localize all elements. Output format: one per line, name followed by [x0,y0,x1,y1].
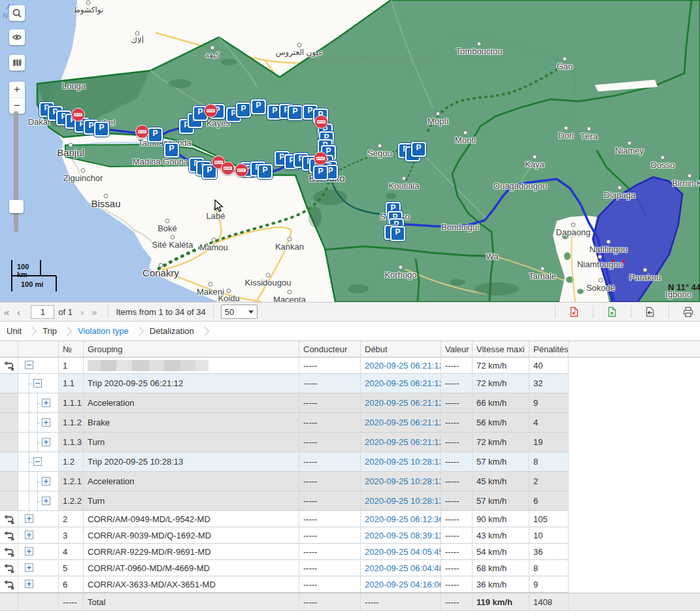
row-number: 4 [59,544,84,560]
first-page-button[interactable]: « [0,306,13,318]
tab-unit[interactable]: Unit [7,326,22,336]
start-time-link[interactable]: 2020-09-25 06:21:12 [365,398,441,408]
map-label: Monti [455,135,476,145]
expand-toggle[interactable] [33,457,42,466]
city-dot [599,278,603,283]
start-time-link[interactable]: 2020-09-25 10:28:13 [365,476,441,486]
grouping-cell: Trip 2020-09-25 10:28:13 [84,452,299,472]
city-dot [378,144,382,148]
penalites-cell: 36 [529,544,569,560]
row-number: 1.1 [59,374,84,393]
map-label: Kankan [275,242,304,252]
grouping-cell: CORR/AR-9039-MD/Q-1692-MD [84,527,299,544]
expand-toggle[interactable] [33,379,42,388]
map-label: Segou [367,148,392,158]
tab-violation-type[interactable]: Violation type [78,326,129,336]
vitesse-cell: 119 km/h [473,593,529,611]
page-input[interactable] [31,305,54,319]
track-button[interactable] [0,527,18,544]
table-row: 4CORR/AR-9229-MD/R-9691-MD-----2020-09-2… [0,544,700,560]
next-page-button[interactable]: › [76,306,88,318]
expand-toggle[interactable] [25,580,33,588]
parking-marker[interactable]: P [94,122,109,137]
city-dot [643,268,648,272]
city-dot [208,282,213,287]
map-label: Dapaong [556,227,591,237]
track-button[interactable] [0,544,18,560]
parking-marker[interactable]: P [258,164,273,179]
print-button[interactable] [676,306,700,318]
track-button[interactable] [0,511,18,527]
start-time-link[interactable]: 2020-09-25 10:28:13 [365,457,441,467]
debut-cell: 2020-09-25 10:28:13 [361,472,441,491]
track-button[interactable] [0,357,18,374]
stop-marker[interactable]: STOP [204,104,218,118]
parking-marker[interactable]: P [251,99,266,114]
tab-trip[interactable]: Trip [42,326,57,336]
zoom-slider-handle[interactable] [9,200,24,213]
map-canvas[interactable] [0,0,700,302]
track-button[interactable] [0,576,18,593]
stop-marker[interactable]: STOP [71,108,85,122]
tab-detalization[interactable]: Detalization [150,326,194,336]
expand-toggle[interactable] [25,514,33,523]
parking-marker[interactable]: P [390,226,405,241]
export-excel-button[interactable] [601,306,624,318]
map-label: Téra [580,131,598,141]
start-time-link[interactable]: 2020-09-25 06:21:12 [365,418,441,427]
expand-toggle[interactable] [25,547,33,555]
start-time-link[interactable]: 2020-09-25 08:39:11 [365,531,441,540]
track-button[interactable] [0,560,18,576]
expand-toggle[interactable] [42,418,50,427]
parking-marker[interactable]: P [313,165,328,180]
debut-cell: 2020-09-25 06:21:12 [361,413,441,433]
last-page-button[interactable]: » [88,306,101,318]
expand-toggle[interactable] [42,477,50,486]
event-dot [612,259,614,262]
expand-toggle[interactable] [42,399,50,407]
expand-toggle[interactable] [25,361,33,369]
start-time-link[interactable]: 2020-09-25 06:21:12 [365,437,441,447]
map-view[interactable]: ANNنواكشوطألاككيفةعيون العتروسLougaDakar… [0,0,700,302]
stop-marker[interactable]: STOP [135,125,149,139]
start-time-link[interactable]: 2020-09-25 06:21:12 [365,361,441,371]
visibility-button[interactable] [9,29,25,45]
parking-marker[interactable]: P [411,142,426,157]
start-time-link[interactable]: 2020-09-25 10:28:13 [365,496,441,506]
layers-button[interactable] [9,55,25,71]
start-time-link[interactable]: 2020-09-25 04:16:06 [365,580,441,589]
map-label: Louga [62,81,86,91]
vitesse-cell: 72 km/h [473,374,529,393]
expand-toggle[interactable] [42,438,50,446]
stop-marker[interactable]: STOP [221,161,235,175]
zoom-slider[interactable] [14,111,18,232]
export-file-button[interactable] [639,306,661,318]
export-pdf-button[interactable] [563,306,586,318]
start-time-link[interactable]: 2020-09-25 06:21:12 [365,378,441,388]
expand-toggle[interactable] [25,531,33,539]
start-time-link[interactable]: 2020-09-25 06:12:36 [365,514,441,524]
stop-marker[interactable]: STOP [314,152,327,165]
search-button[interactable] [9,5,25,21]
items-range-label: Items from 1 to 34 of 34 [116,307,205,317]
valeur-cell: ----- [441,413,473,433]
parking-marker[interactable]: P [288,105,303,120]
stop-marker[interactable]: STOP [314,115,328,129]
stop-marker[interactable]: STOP [235,163,248,177]
page-size-select[interactable]: 50 [221,305,258,319]
start-time-link[interactable]: 2020-09-25 04:05:45 [365,547,441,557]
table-row: 1.1Trip 2020-09-25 06:21:12-----2020-09-… [0,374,700,393]
map-layers-icon [12,58,23,68]
parking-marker[interactable]: P [148,127,163,142]
expand-toggle[interactable] [25,563,33,572]
event-dot [622,260,625,263]
zoom-in-button[interactable]: + [9,82,25,97]
parking-marker[interactable]: P [164,142,179,157]
start-time-link[interactable]: 2020-09-25 06:04:48 [365,563,441,573]
parking-marker[interactable]: P [236,103,251,118]
map-label: Wa [486,252,498,261]
prev-page-button[interactable]: ‹ [13,306,24,318]
expand-toggle[interactable] [42,497,50,505]
table-row: 3CORR/AR-9039-MD/Q-1692-MD-----2020-09-2… [0,527,700,544]
city-dot [212,238,216,242]
